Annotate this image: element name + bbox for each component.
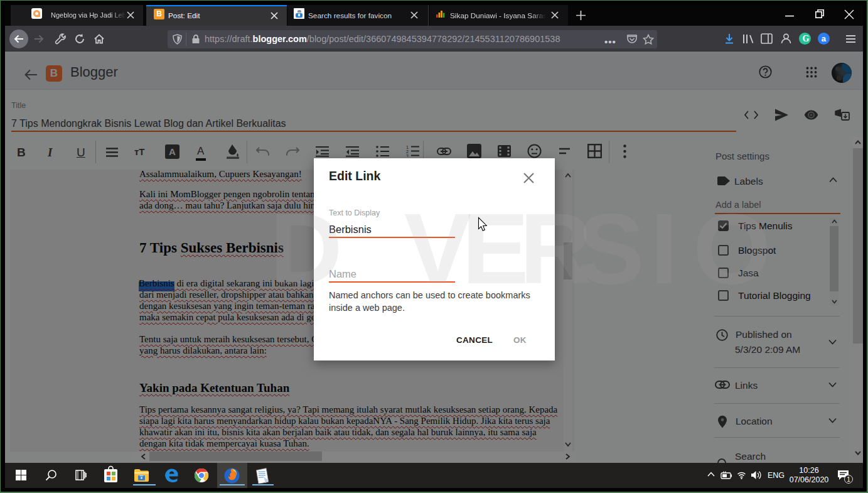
svg-text:E: E	[462, 192, 529, 305]
svg-text:V: V	[404, 192, 471, 305]
svg-text:D: D	[270, 192, 343, 305]
svg-text:I: I	[650, 192, 678, 305]
svg-text:O: O	[693, 192, 771, 305]
svg-text:S: S	[577, 192, 645, 305]
